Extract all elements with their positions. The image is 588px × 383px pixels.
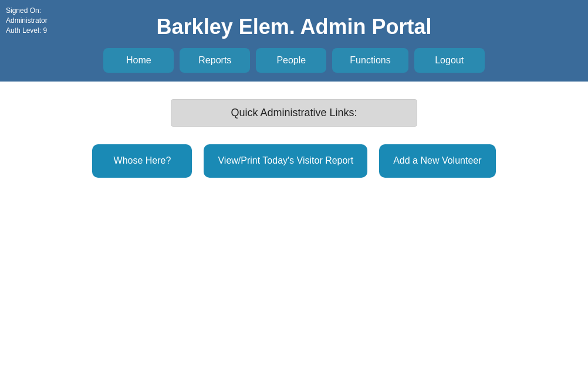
auth-level: Auth Level: 9: [6, 26, 47, 35]
quick-links-bar: Quick Administrative Links:: [171, 99, 417, 127]
nav-functions-button[interactable]: Functions: [332, 48, 408, 73]
header: Signed On: Administrator Auth Level: 9 B…: [0, 0, 588, 82]
nav-people-button[interactable]: People: [256, 48, 326, 73]
visitor-report-button[interactable]: View/Print Today's Visitor Report: [204, 144, 367, 178]
nav-reports-button[interactable]: Reports: [180, 48, 250, 73]
nav-home-button[interactable]: Home: [103, 48, 174, 73]
signed-on-info: Signed On: Administrator Auth Level: 9: [6, 6, 48, 35]
nav-logout-button[interactable]: Logout: [414, 48, 485, 73]
add-volunteer-button[interactable]: Add a New Volunteer: [379, 144, 495, 178]
site-title: Barkley Elem. Admin Portal: [12, 9, 576, 48]
signed-on-label: Signed On:: [6, 6, 41, 15]
nav-bar: Home Reports People Functions Logout: [12, 48, 576, 82]
whose-here-button[interactable]: Whose Here?: [92, 144, 192, 178]
action-buttons: Whose Here? View/Print Today's Visitor R…: [92, 144, 495, 178]
main-content: Quick Administrative Links: Whose Here? …: [0, 82, 588, 195]
username: Administrator: [6, 16, 48, 25]
